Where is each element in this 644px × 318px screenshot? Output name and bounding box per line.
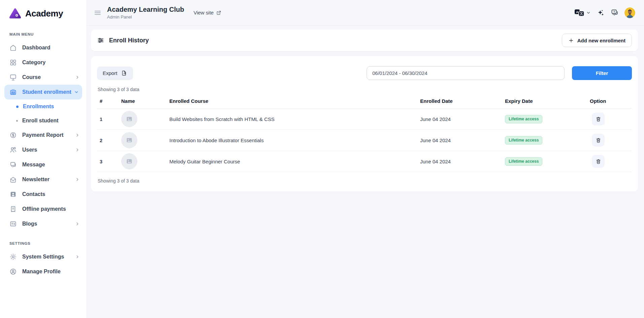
image-placeholder-icon	[126, 137, 133, 144]
enrollments-table: # Name Enrolled Course Enrolled Date Exp…	[97, 95, 632, 172]
chevron-right-icon	[75, 177, 80, 182]
course-thumbnail-placeholder	[121, 153, 137, 169]
sidebar-item-dashboard[interactable]: Dashboard	[0, 40, 87, 55]
enrolled-date: June 04 2024	[417, 116, 502, 122]
user-avatar[interactable]	[624, 7, 635, 18]
newsletter-icon	[9, 176, 17, 183]
sidebar-item-category[interactable]: Category	[0, 55, 87, 70]
site-title-block: Academy Learning Club Admin Panel	[107, 6, 184, 19]
export-button[interactable]: Export	[97, 67, 133, 80]
chevron-right-icon	[75, 133, 80, 137]
plus-icon	[568, 38, 574, 43]
sidebar-item-course[interactable]: Course	[0, 70, 87, 85]
enrolled-date: June 04 2024	[417, 159, 502, 164]
settings-label: SETTINGS	[0, 231, 87, 249]
settings-nav: System Settings Manage Profile	[0, 249, 87, 279]
offline-payments-icon	[9, 205, 17, 213]
payment-icon	[9, 131, 17, 139]
students-icon	[9, 88, 17, 96]
users-icon	[9, 146, 17, 154]
row-index: 3	[97, 159, 118, 164]
filter-row: Export Filter	[97, 66, 632, 80]
home-icon	[9, 44, 17, 51]
expiry-badge: Lifetime access	[505, 157, 542, 166]
chevron-right-icon	[75, 254, 80, 259]
col-header-course: Enrolled Course	[167, 98, 417, 104]
sidebar: Academy MAIN MENU Dashboard Category Cou…	[0, 0, 87, 318]
chevron-right-icon	[75, 75, 80, 80]
image-placeholder-icon	[126, 116, 133, 122]
expiry-badge: Lifetime access	[505, 136, 542, 145]
profile-icon	[9, 268, 17, 275]
chevron-right-icon	[75, 148, 80, 152]
chat-question-icon: ?	[610, 8, 619, 17]
avatar-image	[624, 7, 635, 18]
sliders-icon	[97, 37, 104, 44]
trash-icon	[595, 116, 602, 122]
row-index: 2	[97, 137, 118, 143]
course-title: Introduction to Abode Illustrator Essent…	[167, 137, 417, 143]
bullet-icon	[16, 106, 19, 108]
sidebar-item-users[interactable]: Users	[0, 143, 87, 157]
sparkles-icon	[597, 9, 605, 17]
translate-icon: A	[574, 9, 584, 16]
sidebar-item-newsletter[interactable]: Newsletter	[0, 172, 87, 187]
trash-icon	[595, 158, 602, 165]
language-selector[interactable]: A	[574, 9, 591, 16]
col-header-name: Name	[118, 98, 167, 104]
topbar: Academy Learning Club Admin Panel View s…	[87, 0, 644, 26]
sidebar-item-system-settings[interactable]: System Settings	[0, 249, 87, 264]
delete-enrollment-button[interactable]	[592, 134, 605, 147]
course-icon	[9, 74, 17, 81]
sparkles-button[interactable]	[597, 9, 605, 17]
sidebar-item-student-enrollment[interactable]: Student enrollment	[4, 85, 82, 100]
chevron-down-icon	[74, 90, 79, 94]
sidebar-item-message[interactable]: Message	[0, 157, 87, 172]
sidebar-item-offline-payments[interactable]: Offline payments	[0, 202, 87, 216]
brand-logo[interactable]: Academy	[0, 5, 87, 22]
view-site-link[interactable]: View site	[194, 10, 222, 15]
expiry-badge: Lifetime access	[505, 115, 542, 123]
blogs-icon	[9, 220, 17, 228]
showing-count-bottom: Showing 3 of 3 data	[98, 178, 632, 184]
topbar-actions: A ?	[574, 7, 635, 18]
brand-name: Academy	[25, 8, 63, 19]
col-header-option: Option	[587, 98, 632, 104]
menu-toggle-button[interactable]	[94, 9, 102, 17]
col-header-enrolled-date: Enrolled Date	[417, 98, 502, 104]
site-subtitle: Admin Panel	[107, 14, 184, 19]
sidebar-item-payment-report[interactable]: Payment Report	[0, 128, 87, 143]
enrolled-date: June 04 2024	[417, 137, 502, 143]
table-row: 1 Build Websites from Scratch with HTML …	[97, 109, 632, 130]
course-thumbnail-placeholder	[121, 111, 137, 127]
table-row: 3 Melody Guitar Beginner Course June 04 …	[97, 151, 632, 172]
course-title: Melody Guitar Beginner Course	[167, 159, 417, 164]
delete-enrollment-button[interactable]	[592, 113, 605, 125]
svg-text:?: ?	[613, 10, 615, 13]
sidebar-item-enrollments[interactable]: Enrollments	[0, 100, 87, 114]
sidebar-item-manage-profile[interactable]: Manage Profile	[0, 264, 87, 279]
row-index: 1	[97, 116, 118, 122]
add-new-enrollment-button[interactable]: Add new enrollment	[562, 34, 632, 47]
category-icon	[9, 59, 17, 66]
sidebar-item-enroll-student[interactable]: Enroll student	[0, 114, 87, 128]
main-area: Academy Learning Club Admin Panel View s…	[87, 0, 644, 318]
support-chat-button[interactable]: ?	[610, 8, 619, 17]
showing-count-top: Showing 3 of 3 data	[98, 87, 632, 92]
filter-button[interactable]: Filter	[572, 66, 632, 80]
table-row: 2 Introduction to Abode Illustrator Esse…	[97, 130, 632, 151]
contacts-icon	[9, 191, 17, 198]
delete-enrollment-button[interactable]	[592, 155, 605, 168]
course-title: Build Websites from Scratch with HTML & …	[167, 116, 417, 122]
content-area: Enroll History Add new enrollment Export…	[87, 26, 644, 192]
academy-logo-icon	[8, 7, 22, 20]
main-menu-label: MAIN MENU	[0, 22, 87, 40]
table-header-row: # Name Enrolled Course Enrolled Date Exp…	[97, 95, 632, 109]
sidebar-item-blogs[interactable]: Blogs	[0, 216, 87, 231]
hamburger-icon	[94, 9, 102, 17]
chevron-right-icon	[75, 222, 80, 226]
main-nav: Dashboard Category Course Student enroll…	[0, 40, 87, 231]
page-title: Enroll History	[109, 37, 149, 44]
date-range-input[interactable]	[367, 66, 565, 80]
sidebar-item-contacts[interactable]: Contacts	[0, 187, 87, 202]
